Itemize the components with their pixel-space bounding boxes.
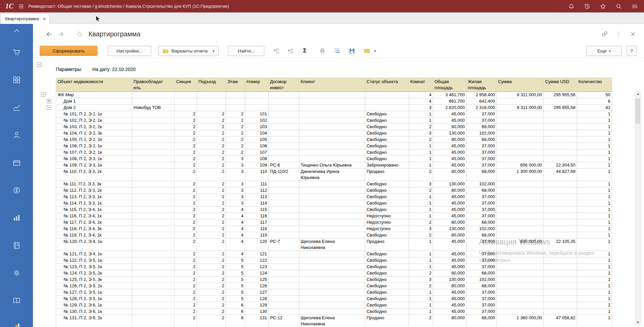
cell-rooms[interactable]: 1	[409, 239, 433, 251]
cell-total_area[interactable]: 3 481,700	[433, 92, 466, 98]
sidebar-item-chevron-up[interactable]	[11, 28, 22, 34]
cell-contract[interactable]	[269, 296, 299, 302]
cell-rooms[interactable]: 2	[409, 219, 433, 226]
cell-count[interactable]: 1	[577, 315, 612, 327]
cell-status[interactable]: Продано	[365, 169, 409, 181]
cell-count[interactable]: 1	[577, 270, 612, 277]
forward-button[interactable]	[56, 30, 66, 38]
cell-status[interactable]	[365, 105, 409, 111]
cell-living_area[interactable]: 2 958,400	[466, 92, 497, 98]
cell-floor[interactable]	[226, 98, 245, 105]
cell-rooms[interactable]: 4	[409, 92, 433, 98]
cell-count[interactable]: 1	[577, 264, 612, 270]
favorites-button[interactable]	[600, 3, 606, 10]
cell-entrance[interactable]: 2	[197, 277, 226, 283]
cell-sum_usd[interactable]	[544, 219, 577, 226]
cell-section[interactable]: 2	[175, 296, 197, 302]
cell-total_area[interactable]: 80,000	[433, 219, 466, 226]
cell-sum_usd[interactable]: 47 058,82	[544, 315, 577, 327]
cell-name[interactable]: Дом 1	[56, 98, 132, 105]
cell-sum_usd[interactable]: 295 955,58	[544, 105, 577, 111]
cell-status[interactable]: Свободно	[365, 283, 409, 289]
cell-section[interactable]: 2	[175, 200, 197, 207]
cell-sum[interactable]	[497, 200, 544, 207]
cell-client[interactable]	[299, 149, 365, 156]
cell-sum[interactable]	[497, 226, 544, 232]
back-button[interactable]	[44, 30, 54, 38]
cell-living_area[interactable]: 37,000	[466, 257, 497, 264]
cell-owner[interactable]	[132, 200, 175, 207]
cell-status[interactable]	[365, 92, 409, 98]
cell-floor[interactable]: 5	[226, 283, 245, 289]
cell-owner[interactable]	[132, 207, 175, 213]
sidebar-item-bar-chart[interactable]	[11, 212, 22, 223]
cell-entrance[interactable]: 2	[197, 239, 226, 251]
cell-entrance[interactable]: 2	[197, 143, 226, 149]
cell-living_area[interactable]: 37,000	[466, 302, 497, 308]
cell-name[interactable]: № 102, П 2, Э 2, 1к	[56, 117, 132, 124]
cell-client[interactable]	[299, 200, 365, 207]
cell-rooms[interactable]: 1	[409, 207, 433, 213]
cell-sum[interactable]	[497, 277, 544, 283]
cell-client[interactable]	[299, 302, 365, 308]
cell-floor[interactable]: 2	[226, 111, 245, 117]
cell-client[interactable]	[299, 213, 365, 219]
cell-contract[interactable]	[269, 251, 299, 257]
cell-section[interactable]	[175, 92, 197, 98]
cell-living_area[interactable]: 37,000	[466, 264, 497, 270]
cell-status[interactable]: Свободно	[365, 264, 409, 270]
cell-entrance[interactable]: 2	[197, 162, 226, 169]
cell-entrance[interactable]: 2	[197, 124, 226, 130]
cell-rooms[interactable]: 1	[409, 117, 433, 124]
cell-name[interactable]: № 127, П 2, Э 5, 1к	[56, 289, 132, 296]
more-button[interactable]: Еще ▾	[586, 46, 622, 56]
cell-name[interactable]: № 110, П 2, Э 3, 2к	[56, 169, 132, 181]
cell-count[interactable]: 1	[577, 169, 612, 181]
cell-living_area[interactable]: 102,000	[466, 181, 497, 187]
cell-count[interactable]: 1	[577, 143, 612, 149]
cell-owner[interactable]	[132, 308, 175, 315]
cell-contract[interactable]	[269, 92, 299, 98]
cell-section[interactable]	[175, 98, 197, 105]
cell-contract[interactable]	[269, 257, 299, 264]
tab-kvartirogramma[interactable]: Квартирограмма ×	[1, 13, 49, 24]
cell-client[interactable]	[299, 270, 365, 277]
cell-sum[interactable]	[497, 213, 544, 219]
cell-section[interactable]: 2	[175, 187, 197, 194]
service-menu-button[interactable]	[631, 3, 638, 10]
cell-contract[interactable]	[269, 283, 299, 289]
cell-floor[interactable]: 3	[226, 187, 245, 194]
cell-status[interactable]: Свободно	[365, 251, 409, 257]
cell-sum[interactable]	[497, 98, 544, 105]
cell-client[interactable]	[299, 156, 365, 162]
cell-total_area[interactable]: 45,000	[433, 194, 466, 200]
cell-count[interactable]: 1	[577, 219, 612, 226]
cell-count[interactable]: 1	[577, 156, 612, 162]
cell-count[interactable]: 1	[577, 194, 612, 200]
cell-count[interactable]: 1	[577, 251, 612, 257]
cell-number[interactable]: 109	[245, 162, 269, 169]
cell-total_area[interactable]: 2 820,000	[433, 105, 466, 111]
cell-count[interactable]: 1	[577, 111, 612, 117]
cell-floor[interactable]: 3	[226, 169, 245, 181]
cell-floor[interactable]: 4	[226, 239, 245, 251]
cell-living_area[interactable]: 68,000	[466, 124, 497, 130]
cell-contract[interactable]	[269, 213, 299, 219]
cell-rooms[interactable]: 2	[409, 124, 433, 130]
cell-sum_usd[interactable]	[544, 270, 577, 277]
cell-section[interactable]: 2	[175, 207, 197, 213]
cell-number[interactable]: 130	[245, 308, 269, 315]
cell-rooms[interactable]: 3	[409, 226, 433, 232]
cell-count[interactable]: 1	[577, 124, 612, 130]
cell-client[interactable]	[299, 181, 365, 187]
cell-number[interactable]: 105	[245, 137, 269, 143]
cell-contract[interactable]	[269, 289, 299, 296]
cell-entrance[interactable]: 2	[197, 264, 226, 270]
cell-count[interactable]: 1	[577, 289, 612, 296]
cell-client[interactable]	[299, 194, 365, 200]
cell-count[interactable]: 8	[577, 98, 612, 105]
cell-living_area[interactable]: 37,000	[466, 200, 497, 207]
cell-contract[interactable]	[269, 232, 299, 239]
cell-count[interactable]: 1	[577, 187, 612, 194]
cell-total_area[interactable]: 661,700	[433, 98, 466, 105]
